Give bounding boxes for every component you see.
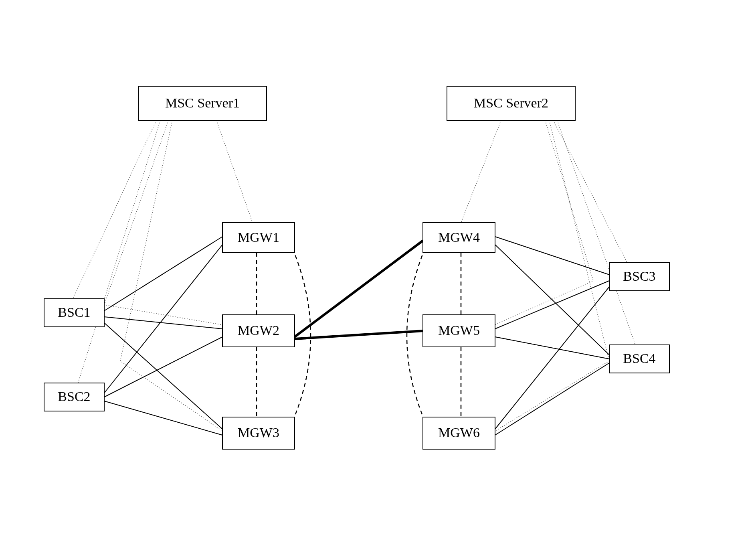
edge-mgw2-mgw5-bold <box>295 331 423 339</box>
edge-msc1-mgw3 <box>120 120 222 431</box>
edge-msc1-mgw1 <box>216 120 253 223</box>
edge-bsc4-mgw5 <box>495 337 609 359</box>
edge-bsc1-mgw1 <box>104 237 222 311</box>
edge-msc2-bsc3 <box>553 120 629 267</box>
node-mgw2: MGW2 <box>222 315 295 347</box>
label-bsc4: BSC4 <box>623 351 655 366</box>
edge-bsc1-mgw3 <box>104 323 222 429</box>
edge-msc1-mgw2 <box>104 120 222 325</box>
node-bsc3: BSC3 <box>609 263 669 291</box>
label-mgw6: MGW6 <box>438 425 480 440</box>
label-mgw2: MGW2 <box>238 323 279 338</box>
label-msc1: MSC Server1 <box>165 95 240 110</box>
edge-msc1-bsc2 <box>76 120 160 389</box>
label-mgw1: MGW1 <box>238 230 279 245</box>
edge-bsc4-mgw4 <box>495 245 609 355</box>
label-bsc1: BSC1 <box>58 305 90 320</box>
edge-mgw4-mgw6-curve <box>407 249 425 421</box>
network-diagram: MSC Server1 MSC Server2 MGW1 MGW2 MGW3 M… <box>0 0 756 543</box>
edge-msc2-mgw4 <box>461 120 501 223</box>
node-mgw6: MGW6 <box>423 417 495 449</box>
label-mgw4: MGW4 <box>438 230 480 245</box>
node-mgw5: MGW5 <box>423 315 495 347</box>
node-mgw4: MGW4 <box>423 223 495 253</box>
edge-bsc3-mgw5 <box>495 281 609 329</box>
label-mgw5: MGW5 <box>438 323 480 338</box>
node-bsc1: BSC1 <box>44 299 104 327</box>
label-mgw3: MGW3 <box>238 425 279 440</box>
edge-bsc2-mgw2 <box>104 337 222 397</box>
edge-msc2-mgw6 <box>495 120 609 431</box>
node-msc-server1: MSC Server1 <box>138 86 267 120</box>
edge-mgw2-mgw4-bold <box>295 241 423 337</box>
edge-msc1-bsc1 <box>70 120 156 305</box>
edge-bsc3-mgw4 <box>495 237 609 275</box>
node-bsc4: BSC4 <box>609 345 669 373</box>
label-bsc3: BSC3 <box>623 269 655 284</box>
edge-bsc4-mgw6 <box>495 363 609 435</box>
label-bsc2: BSC2 <box>58 389 90 404</box>
edge-msc2-mgw5 <box>495 120 593 325</box>
node-bsc2: BSC2 <box>44 383 104 411</box>
label-msc2: MSC Server2 <box>474 95 548 110</box>
node-msc-server2: MSC Server2 <box>447 86 575 120</box>
edge-bsc2-mgw3 <box>104 401 222 435</box>
node-mgw1: MGW1 <box>222 223 295 253</box>
edge-bsc3-mgw6 <box>495 287 609 429</box>
node-mgw3: MGW3 <box>222 417 295 449</box>
